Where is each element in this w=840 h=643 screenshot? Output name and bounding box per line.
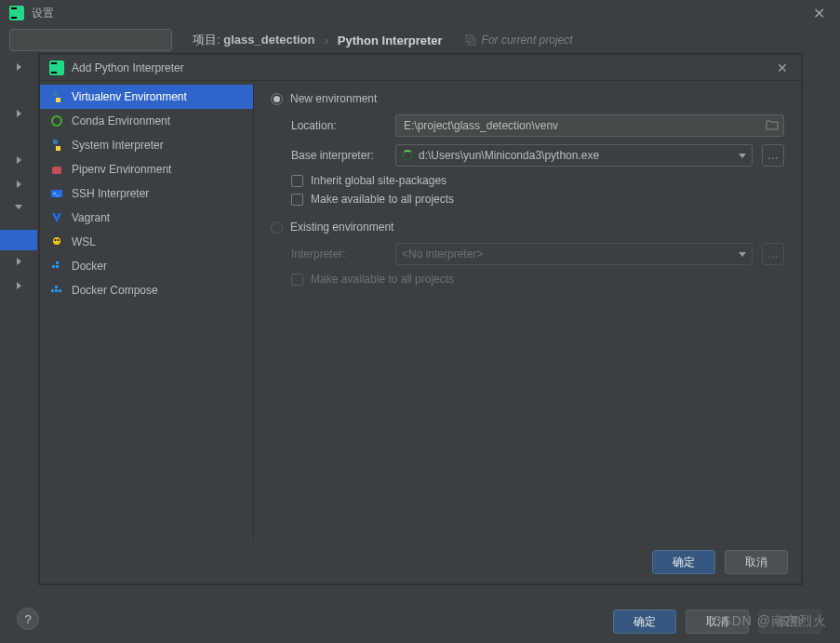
svg-rect-22 xyxy=(59,289,61,292)
checkbox-icon xyxy=(291,175,303,187)
svg-point-14 xyxy=(53,237,60,245)
svg-rect-1 xyxy=(11,7,17,9)
env-item-docker[interactable]: Docker xyxy=(40,254,253,278)
tree-expand-icon[interactable] xyxy=(17,258,21,265)
radio-icon xyxy=(271,93,283,105)
dialog-close-icon[interactable]: ✕ xyxy=(773,60,792,75)
dialog-title: Add Python Interpreter xyxy=(72,61,184,74)
svg-point-10 xyxy=(52,116,61,126)
settings-titlebar: 设置 ✕ xyxy=(0,0,840,26)
chevron-down-icon xyxy=(739,252,746,257)
existing-environment-radio-row[interactable]: Existing environment xyxy=(271,221,784,234)
tree-expand-icon[interactable] xyxy=(17,156,21,164)
tree-collapse-icon[interactable] xyxy=(15,205,22,209)
svg-point-15 xyxy=(55,239,57,241)
env-item-pipenv[interactable]: Pipenv Environment xyxy=(40,157,253,181)
settings-header-row: 项目: glass_detection › Python Interpreter… xyxy=(0,26,840,54)
tree-expand-icon[interactable] xyxy=(17,181,21,188)
tree-expand-icon[interactable] xyxy=(17,282,21,289)
radio-icon xyxy=(271,221,283,234)
svg-rect-17 xyxy=(52,265,55,268)
checkbox-icon xyxy=(291,194,303,206)
env-item-label: SSH Interpreter xyxy=(72,187,149,200)
env-item-label: Docker xyxy=(72,260,107,273)
copy-icon xyxy=(465,34,476,46)
svg-point-16 xyxy=(58,239,60,241)
env-item-docker-compose[interactable]: Docker Compose xyxy=(40,278,253,302)
existing-interpreter-combo: <No interpreter> xyxy=(395,243,753,265)
make-available-checkbox-row[interactable]: Make available to all projects xyxy=(291,193,784,206)
pipenv-icon xyxy=(49,162,64,177)
settings-footer: 确定 取消 应用 xyxy=(613,610,821,634)
env-item-label: Vagrant xyxy=(72,211,110,224)
ssh-icon: >_ xyxy=(49,186,64,201)
vagrant-icon xyxy=(49,210,64,225)
settings-ok-button[interactable]: 确定 xyxy=(613,610,676,634)
env-type-list: Virtualenv Environment Conda Environment… xyxy=(40,81,254,541)
pycharm-app-icon xyxy=(49,60,64,75)
chevron-down-icon xyxy=(739,154,746,158)
tree-selected-row-bg xyxy=(0,230,37,250)
svg-rect-21 xyxy=(55,289,58,292)
svg-text:>_: >_ xyxy=(53,191,60,196)
cancel-button[interactable]: 取消 xyxy=(725,550,788,574)
loading-spinner-icon xyxy=(402,150,413,161)
svg-rect-8 xyxy=(51,62,57,64)
make-available-label: Make available to all projects xyxy=(311,273,454,286)
svg-rect-18 xyxy=(56,265,59,268)
settings-apply-button[interactable]: 应用 xyxy=(758,610,821,634)
env-item-label: Docker Compose xyxy=(72,284,158,297)
location-input[interactable]: E:\project\glass_detection\venv xyxy=(395,114,784,137)
env-item-system[interactable]: System Interpreter xyxy=(40,133,253,157)
settings-close-icon[interactable]: ✕ xyxy=(807,5,831,22)
interpreter-label: Interpreter: xyxy=(291,248,386,261)
ok-button[interactable]: 确定 xyxy=(652,550,715,574)
dialog-footer: 确定 取消 xyxy=(40,541,801,583)
tree-expand-icon[interactable] xyxy=(17,63,21,71)
svg-rect-20 xyxy=(51,289,54,292)
svg-rect-19 xyxy=(56,261,59,264)
for-current-project-label: For current project xyxy=(465,33,573,47)
browse-button[interactable]: … xyxy=(762,144,784,167)
env-item-virtualenv[interactable]: Virtualenv Environment xyxy=(40,85,253,109)
env-item-ssh[interactable]: >_ SSH Interpreter xyxy=(40,181,253,206)
env-item-vagrant[interactable]: Vagrant xyxy=(40,206,253,230)
make-available-checkbox-row-existing: Make available to all projects xyxy=(291,273,784,286)
env-item-label: System Interpreter xyxy=(72,139,164,152)
new-environment-label: New environment xyxy=(290,92,377,105)
search-input-wrap xyxy=(9,29,172,51)
svg-rect-23 xyxy=(55,286,58,288)
settings-search-input[interactable] xyxy=(9,29,172,51)
interpreter-form: New environment Location: E:\project\gla… xyxy=(254,81,801,541)
docker-compose-icon xyxy=(49,283,64,298)
browse-button: … xyxy=(762,243,784,265)
env-item-label: Pipenv Environment xyxy=(72,163,171,176)
env-item-label: WSL xyxy=(72,235,96,248)
existing-environment-label: Existing environment xyxy=(290,221,393,234)
settings-cancel-button[interactable]: 取消 xyxy=(686,610,749,634)
linux-icon xyxy=(49,234,64,249)
svg-rect-9 xyxy=(51,72,57,74)
tree-expand-icon[interactable] xyxy=(17,110,21,117)
breadcrumb: 项目: glass_detection › Python Interpreter xyxy=(193,32,443,48)
inherit-label: Inherit global site-packages xyxy=(311,174,447,187)
folder-icon[interactable] xyxy=(766,118,779,131)
checkbox-icon xyxy=(291,274,303,286)
env-item-conda[interactable]: Conda Environment xyxy=(40,109,253,133)
base-interpreter-combo[interactable]: d:\Users\yun\Miniconda3\python.exe xyxy=(395,144,753,167)
chevron-right-icon: › xyxy=(325,33,328,47)
location-label: Location: xyxy=(291,119,386,132)
python-icon xyxy=(49,89,64,104)
new-environment-radio-row[interactable]: New environment xyxy=(271,92,784,105)
dialog-titlebar: Add Python Interpreter ✕ xyxy=(40,55,801,81)
breadcrumb-project-label: 项目: glass_detection xyxy=(193,32,315,48)
svg-rect-2 xyxy=(11,17,17,19)
help-button[interactable]: ? xyxy=(17,608,39,630)
base-interpreter-label: Base interpreter: xyxy=(291,149,386,162)
settings-tree-gutter xyxy=(0,54,37,289)
env-item-wsl[interactable]: WSL xyxy=(40,230,253,254)
svg-rect-11 xyxy=(52,167,61,174)
add-interpreter-dialog: Add Python Interpreter ✕ Virtualenv Envi… xyxy=(39,54,802,584)
inherit-checkbox-row[interactable]: Inherit global site-packages xyxy=(291,174,784,187)
docker-icon xyxy=(49,259,64,274)
